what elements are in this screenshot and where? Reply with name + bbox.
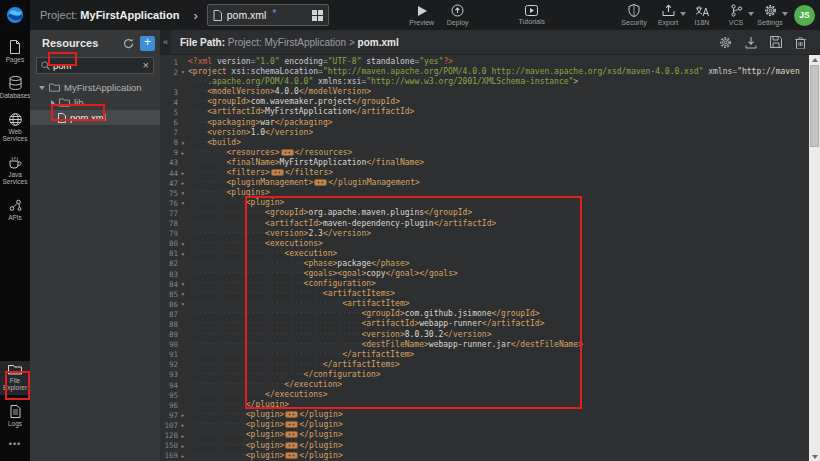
i18n-button[interactable]: I18N bbox=[685, 0, 719, 30]
shield-icon bbox=[628, 4, 640, 17]
code-text: ············<plugin></plugin> bbox=[188, 441, 343, 451]
vertical-scrollbar[interactable] bbox=[809, 55, 820, 461]
file-icon bbox=[58, 113, 66, 123]
tree-node-lib[interactable]: lib bbox=[30, 95, 160, 110]
code-row: 93························</configuratio… bbox=[160, 370, 820, 380]
line-number: 5 bbox=[160, 108, 178, 117]
code-text: ················<executions> bbox=[188, 239, 323, 249]
code-row: 82························<phase>package… bbox=[160, 259, 820, 269]
code-row: 78················<artifactId>maven-depe… bbox=[160, 219, 820, 229]
folder-icon bbox=[59, 98, 70, 107]
code-text: ························<goals><goal>cop… bbox=[188, 269, 458, 279]
scroll-down-icon[interactable] bbox=[809, 452, 820, 461]
fold-closed-icon[interactable]: ▸ bbox=[178, 433, 188, 439]
collapse-panel-icon[interactable]: « bbox=[160, 30, 171, 55]
code-row: 88····································<a… bbox=[160, 319, 820, 329]
project-name: MyFirstApplication bbox=[80, 9, 179, 21]
deploy-cloud-icon bbox=[451, 4, 464, 17]
delete-icon[interactable] bbox=[795, 36, 806, 49]
logs-label: Logs bbox=[8, 420, 22, 427]
tutorials-button[interactable]: Tutorials bbox=[515, 0, 549, 30]
code-row: 169▸············<plugin></plugin> bbox=[160, 451, 820, 461]
code-row: 97▸············<plugin></plugin> bbox=[160, 410, 820, 420]
fold-open-icon[interactable]: ▾ bbox=[178, 241, 188, 247]
code-row: 128▸············<plugin></plugin> bbox=[160, 430, 820, 440]
grid-view-icon[interactable] bbox=[312, 10, 323, 21]
sidebar-item-java-services[interactable]: Java Services bbox=[0, 153, 30, 189]
file-path-file: pom.xml bbox=[358, 37, 399, 48]
fold-open-icon[interactable]: ▾ bbox=[178, 69, 188, 75]
code-text: ············<plugin></plugin> bbox=[188, 451, 343, 461]
fold-open-icon[interactable]: ▾ bbox=[178, 200, 188, 206]
download-icon[interactable] bbox=[745, 36, 757, 49]
code-row: ····.apache.org/POM/4.0.0" xmlns:xsi="ht… bbox=[160, 77, 820, 87]
line-number: 47 bbox=[160, 179, 178, 188]
fold-open-icon[interactable]: ▾ bbox=[178, 291, 188, 297]
settings-button[interactable]: Settings bbox=[753, 0, 787, 30]
project-label: Project: bbox=[40, 9, 77, 21]
code-text: ············<plugin> bbox=[188, 198, 284, 208]
fold-closed-icon[interactable]: ▸ bbox=[178, 170, 188, 176]
fold-open-icon[interactable]: ▾ bbox=[178, 301, 188, 307]
code-area[interactable]: 1<?xml version="1.0" encoding="UTF-8" st… bbox=[160, 55, 820, 461]
refresh-icon[interactable] bbox=[123, 38, 134, 49]
sidebar-item-file-explorer[interactable]: File Explorer bbox=[0, 361, 30, 395]
tab-pom-xml[interactable]: pom.xml * bbox=[207, 4, 329, 26]
wavemaker-logo-icon[interactable] bbox=[0, 0, 30, 30]
clear-search-icon[interactable]: × bbox=[143, 60, 149, 71]
code-text: ································<artifac… bbox=[188, 299, 410, 309]
fold-open-icon[interactable]: ▾ bbox=[178, 281, 188, 287]
fold-closed-icon[interactable]: ▸ bbox=[178, 422, 188, 428]
sidebar-item-web-services[interactable]: Web Services bbox=[0, 110, 30, 146]
line-number: 82 bbox=[160, 259, 178, 268]
preview-button[interactable]: Preview bbox=[405, 0, 439, 30]
line-number: 79 bbox=[160, 229, 178, 238]
sidebar-item-apis[interactable]: APIs bbox=[0, 196, 30, 224]
vcs-label: VCS bbox=[729, 19, 743, 26]
line-number: 75 bbox=[160, 189, 178, 198]
search-icon bbox=[41, 61, 50, 70]
sidebar-item-pages[interactable]: Pages bbox=[0, 37, 30, 66]
code-text: ············<plugin></plugin> bbox=[188, 420, 343, 430]
fold-open-icon[interactable]: ▾ bbox=[178, 251, 188, 257]
gear-icon bbox=[764, 4, 777, 17]
code-lines: 1<?xml version="1.0" encoding="UTF-8" st… bbox=[160, 57, 820, 461]
add-resource-button[interactable]: + bbox=[140, 36, 155, 51]
export-button[interactable]: Export bbox=[651, 0, 685, 30]
save-icon[interactable] bbox=[770, 36, 782, 49]
code-text: ············</plugin> bbox=[188, 400, 289, 410]
fold-closed-icon[interactable]: ▸ bbox=[178, 412, 188, 418]
fold-open-icon[interactable]: ▾ bbox=[178, 190, 188, 196]
settings-label: Settings bbox=[757, 19, 782, 26]
code-text: ················<version>2.3</version> bbox=[188, 229, 371, 239]
fold-closed-icon[interactable]: ▸ bbox=[178, 150, 188, 156]
code-row: 96············</plugin> bbox=[160, 400, 820, 410]
scroll-up-icon[interactable] bbox=[809, 55, 820, 64]
more-menu-button[interactable]: ••• bbox=[9, 439, 21, 455]
security-button[interactable]: Security bbox=[617, 0, 651, 30]
sidebar-item-databases[interactable]: Databases bbox=[0, 73, 30, 102]
fold-open-icon[interactable]: ▾ bbox=[178, 140, 188, 146]
line-number: 81 bbox=[160, 249, 178, 258]
code-row: 91································</arti… bbox=[160, 350, 820, 360]
code-row: 5····<artifactId>MyFirstApplication</art… bbox=[160, 107, 820, 117]
code-text: ········<pluginManagement></pluginManage… bbox=[188, 178, 420, 188]
sidebar-item-logs[interactable]: Logs bbox=[0, 402, 30, 430]
deploy-button[interactable]: Deploy bbox=[441, 0, 475, 30]
search-input[interactable] bbox=[53, 60, 140, 71]
line-number: 85 bbox=[160, 290, 178, 299]
tree-node-pom-xml[interactable]: pom.xml bbox=[30, 110, 160, 125]
code-row: 80▾················<executions> bbox=[160, 239, 820, 249]
line-number: 3 bbox=[160, 88, 178, 97]
fold-closed-icon[interactable]: ▸ bbox=[178, 180, 188, 186]
tree-node-project[interactable]: MyFirstApplication bbox=[30, 80, 160, 95]
fold-closed-icon[interactable]: ▸ bbox=[178, 443, 188, 449]
vcs-button[interactable]: VCS bbox=[719, 0, 753, 30]
scrollbar-thumb[interactable] bbox=[810, 65, 819, 147]
line-number: 8 bbox=[160, 138, 178, 147]
user-avatar[interactable]: JS bbox=[794, 5, 815, 26]
editor-settings-icon[interactable] bbox=[719, 36, 732, 49]
tree-node-label: MyFirstApplication bbox=[64, 82, 142, 93]
code-text: ····································<art… bbox=[188, 319, 544, 329]
fold-closed-icon[interactable]: ▸ bbox=[178, 453, 188, 459]
